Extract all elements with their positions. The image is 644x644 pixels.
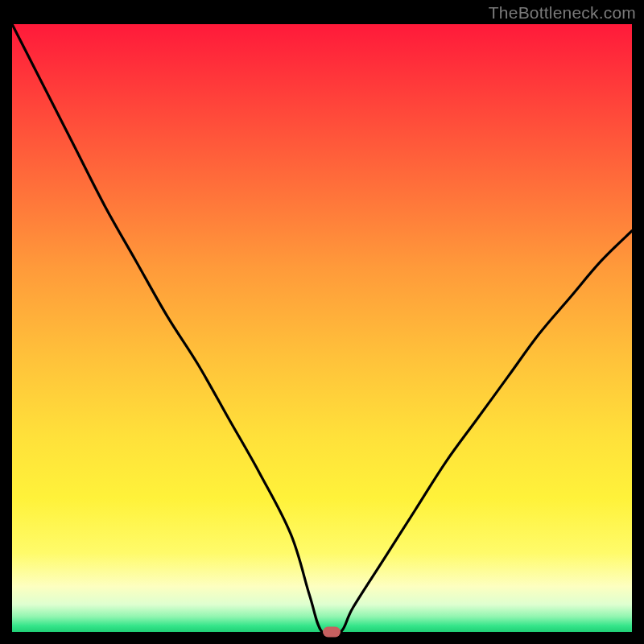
watermark-text: TheBottleneck.com [489, 3, 636, 23]
optimal-point-marker [323, 627, 341, 638]
chart-frame: TheBottleneck.com [0, 0, 644, 644]
bottleneck-curve [12, 24, 632, 632]
plot-area [12, 24, 632, 632]
